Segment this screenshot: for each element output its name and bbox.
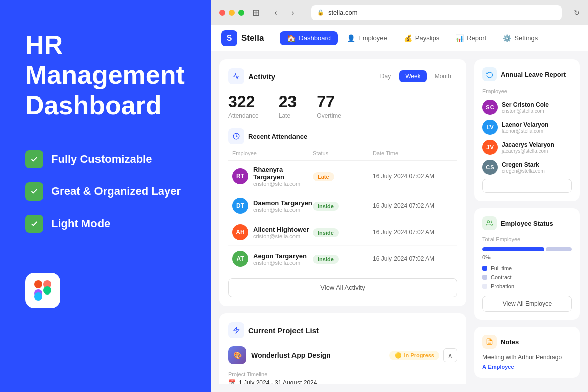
emp-name: Alicent Hightower — [253, 226, 309, 233]
progress-bar — [482, 247, 572, 251]
contract-bar — [546, 247, 572, 251]
nav-icon-3: 📊 — [455, 34, 464, 42]
sidebar-toggle-icon[interactable]: ⊞ — [252, 7, 260, 18]
feature-check-icon — [25, 150, 43, 168]
leave-emp-avatar: SC — [482, 100, 498, 115]
stats-row: 322 Attendance 23 Late 77 Overtime — [228, 92, 457, 119]
sidebar: HR Management Dashboard Fully Customizab… — [0, 0, 211, 392]
toggle-day[interactable]: Day — [374, 70, 397, 82]
leave-emp-avatar: LV — [482, 120, 498, 135]
legend-item: Contract — [482, 274, 572, 280]
leave-emp-name: Jacaerys Velaryon — [502, 141, 554, 148]
app-logo: S Stella — [221, 30, 264, 46]
legend-item: Full-time — [482, 265, 572, 271]
project-title-row: Current Project List — [228, 322, 319, 338]
status-icon — [482, 216, 497, 230]
svg-rect-3 — [34, 292, 42, 301]
nav-icon-0: 🏠 — [287, 34, 296, 42]
stat-late: 23 Late — [279, 92, 297, 119]
status-header: Employee Status — [482, 216, 572, 230]
nav-label: Employee — [358, 34, 387, 42]
logo-text: Stella — [241, 33, 264, 43]
maximize-button[interactable] — [238, 10, 244, 16]
employee-cell: AH Alicent Hightower criston@stella.com — [232, 224, 313, 240]
close-button[interactable] — [219, 10, 225, 16]
nav-item-employee[interactable]: 👤Employee — [340, 31, 395, 45]
leave-emp-email: criston@stella.com — [502, 108, 549, 114]
leave-employee-item: JV Jacaerys Velaryon jacaerys@stella.com — [482, 140, 572, 155]
col-status: Status — [313, 150, 373, 156]
url-text: stella.com — [328, 9, 358, 16]
emp-email: criston@stella.com — [253, 260, 307, 266]
nav-item-payslips[interactable]: 💰Payslips — [397, 31, 446, 45]
nav-item-report[interactable]: 📊Report — [448, 31, 494, 45]
feature-check-icon — [25, 215, 43, 233]
leave-emp-name: Laenor Velaryon — [502, 121, 548, 128]
employee-search-input[interactable] — [482, 179, 572, 193]
legend-label: Full-time — [491, 265, 512, 271]
address-bar[interactable]: 🔒 stella.com — [311, 5, 562, 20]
sidebar-title: HR Management Dashboard — [25, 30, 186, 120]
legend-list: Full-time Contract Probation — [482, 265, 572, 289]
minimize-button[interactable] — [229, 10, 235, 16]
svg-rect-0 — [34, 280, 42, 288]
activity-card: Activity Day Week Month 322 Attendance — [219, 59, 466, 306]
toggle-week[interactable]: Week — [399, 70, 426, 82]
project-details: Project Timeline 📅 1 July 2024 - 31 Augu… — [228, 371, 457, 384]
timeline-value: 1 July 2024 - 31 August 2024 — [239, 379, 317, 384]
project-name-row: 🎨 Wonderlust App Design — [228, 346, 331, 364]
datetime-cell: 16 July 2024 07:02 AM — [373, 202, 453, 209]
leave-emp-name: Ser Criston Cole — [502, 101, 549, 108]
toggle-month[interactable]: Month — [429, 70, 457, 82]
view-toggle: Day Week Month — [374, 70, 457, 82]
project-collapse-button[interactable]: ∧ — [443, 348, 457, 362]
forward-button[interactable]: › — [287, 7, 299, 19]
table-row: AT Aegon Targaryen criston@stella.com In… — [228, 246, 457, 272]
notes-title: Notes — [501, 338, 519, 346]
note-content: Meeting with Arthur Pendrago — [482, 354, 572, 361]
attendance-table: Employee Status Date Time RT Rhaenyra Ta… — [228, 150, 457, 272]
emp-info: Rhaenyra Targaryen criston@stella.com — [253, 166, 313, 187]
emp-email: criston@stella.com — [253, 207, 312, 213]
emp-info: Daemon Targaryen criston@stella.com — [253, 199, 312, 213]
table-row: DT Daemon Targaryen criston@stella.com I… — [228, 192, 457, 219]
project-card-header: Current Project List — [228, 322, 457, 338]
nav-icon-4: ⚙️ — [503, 34, 511, 42]
leave-employee-item: CS Cregen Stark cregen@stella.com — [482, 160, 572, 175]
view-all-activity-button[interactable]: View All Activity — [228, 278, 457, 297]
view-all-employee-button[interactable]: View All Employee — [482, 296, 572, 312]
feature-label: Great & Organized Layer — [51, 185, 181, 198]
stat-attendance: 322 Attendance — [228, 92, 259, 119]
status-badge: Inside — [313, 255, 339, 264]
svg-point-4 — [43, 286, 51, 295]
nav-item-dashboard[interactable]: 🏠Dashboard — [280, 31, 338, 45]
annual-leave-card: Annual Leave Report Employee SC Ser Cris… — [474, 59, 580, 201]
status-cell: Inside — [313, 201, 373, 211]
employee-status-card: Employee Status Total Employee 0% Full-t… — [474, 208, 580, 320]
legend-dot — [482, 284, 487, 289]
late-label: Late — [279, 112, 297, 119]
legend-label: Probation — [491, 283, 514, 289]
notes-icon — [482, 335, 497, 349]
employee-cell: RT Rhaenyra Targaryen criston@stella.com — [232, 166, 313, 187]
back-button[interactable]: ‹ — [270, 7, 282, 19]
recent-attendance-title: Recent Attendance — [248, 133, 307, 140]
emp-email: criston@stella.com — [253, 181, 313, 187]
stat-overtime: 77 Overtime — [317, 92, 341, 119]
datetime-cell: 16 July 2024 07:02 AM — [373, 229, 453, 236]
avatar: AT — [232, 251, 248, 267]
leave-emp-info: Laenor Velaryon laenor@stella.com — [502, 121, 548, 134]
refresh-button[interactable]: ↻ — [574, 9, 580, 17]
feature-item: Great & Organized Layer — [25, 182, 186, 201]
main-area: ⊞ ‹ › 🔒 stella.com ↻ S Stella 🏠Dashboard… — [211, 0, 588, 392]
leave-employee-list: SC Ser Criston Cole criston@stella.com L… — [482, 100, 572, 175]
datetime-cell: 16 July 2024 07:02 AM — [373, 173, 453, 180]
feature-check-icon — [25, 182, 43, 201]
timeline-label: Project Timeline — [228, 371, 457, 377]
project-header-row: 🎨 Wonderlust App Design 🟡 In Progress ∧ — [228, 346, 457, 364]
table-row: RT Rhaenyra Targaryen criston@stella.com… — [228, 161, 457, 192]
emp-name: Rhaenyra Targaryen — [253, 166, 313, 181]
recent-attendance-header: Recent Attendance — [228, 128, 457, 144]
notes-card: Notes Meeting with Arthur Pendrago A Emp… — [474, 327, 580, 378]
nav-item-settings[interactable]: ⚙️Settings — [496, 31, 545, 45]
